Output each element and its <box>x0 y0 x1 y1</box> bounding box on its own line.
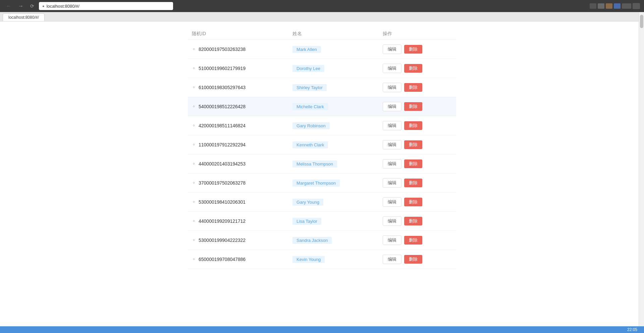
id-cell: ⚬820000197503263238 <box>188 40 288 59</box>
column-action: 操作 <box>379 28 456 40</box>
clock-icon: ⚬ <box>192 218 196 224</box>
name-badge: Lisa Taylor <box>292 218 321 225</box>
active-tab[interactable]: localhost:8080/#/ <box>3 13 45 21</box>
edit-button[interactable]: 编辑 <box>383 45 401 54</box>
delete-button[interactable]: 删除 <box>404 179 422 187</box>
name-badge: Kevin Young <box>292 256 325 263</box>
clock-icon: ⚬ <box>192 257 196 262</box>
table-row: ⚬110000197912292294Kenneth Clark 编辑 删除 <box>188 135 456 154</box>
clock-icon: ⚬ <box>192 238 196 243</box>
delete-button[interactable]: 删除 <box>404 121 422 130</box>
back-button[interactable]: ← <box>4 2 13 10</box>
edit-button[interactable]: 编辑 <box>383 255 401 264</box>
edit-button[interactable]: 编辑 <box>383 178 401 188</box>
clock-icon: ⚬ <box>192 66 196 71</box>
address-bar[interactable]: ● localhost:8080/#/ <box>39 2 173 10</box>
name-badge: Shirley Taylor <box>292 84 327 91</box>
name-badge: Michelle Clark <box>292 103 328 110</box>
delete-button[interactable]: 删除 <box>404 217 422 225</box>
id-value: 820000197503263238 <box>199 47 246 52</box>
edit-button[interactable]: 编辑 <box>383 83 401 92</box>
name-cell: Kenneth Clark <box>288 135 379 154</box>
forward-button[interactable]: → <box>16 2 25 10</box>
name-cell: Sandra Jackson <box>288 231 379 250</box>
name-cell: Dorothy Lee <box>288 59 379 78</box>
name-badge: Mark Allen <box>292 46 321 53</box>
name-badge: Dorothy Lee <box>292 65 324 72</box>
clock-icon: ⚬ <box>192 123 196 128</box>
action-cell: 编辑 删除 <box>379 40 456 59</box>
table-row: ⚬650000199708047886Kevin Young 编辑 删除 <box>188 250 456 269</box>
edit-button[interactable]: 编辑 <box>383 216 401 226</box>
id-value: 440000201403194253 <box>199 161 246 166</box>
action-cell: 编辑 删除 <box>379 154 456 174</box>
reload-button[interactable]: ⟳ <box>28 3 36 9</box>
status-time: 22:05 <box>627 327 637 332</box>
delete-button[interactable]: 删除 <box>404 83 422 92</box>
name-cell: Margaret Thompson <box>288 174 379 193</box>
edit-button[interactable]: 编辑 <box>383 159 401 169</box>
id-value: 510000199602179919 <box>199 66 246 71</box>
id-cell: ⚬440000199209121712 <box>188 212 288 231</box>
lock-icon: ● <box>42 4 45 8</box>
edit-button[interactable]: 编辑 <box>383 197 401 207</box>
name-cell: Michelle Clark <box>288 97 379 116</box>
table-row: ⚬540000198512226428Michelle Clark 编辑 删除 <box>188 97 456 116</box>
edit-button[interactable]: 编辑 <box>383 140 401 149</box>
delete-button[interactable]: 删除 <box>404 140 422 149</box>
column-id: 随机ID <box>188 28 288 40</box>
toolbar-icon-5 <box>622 3 631 9</box>
edit-button[interactable]: 编辑 <box>383 236 401 245</box>
browser-toolbar-icons <box>590 3 640 9</box>
tabs-bar: localhost:8080/#/ <box>0 12 644 21</box>
id-value: 530000198410206301 <box>199 199 246 205</box>
id-cell: ⚬110000197912292294 <box>188 135 288 154</box>
delete-button[interactable]: 删除 <box>404 45 422 54</box>
status-bar: 22:05 <box>0 326 644 333</box>
clock-icon: ⚬ <box>192 199 196 205</box>
name-cell: Shirley Taylor <box>288 78 379 97</box>
action-cell: 编辑 删除 <box>379 250 456 269</box>
clock-icon: ⚬ <box>192 161 196 166</box>
toolbar-icon-1 <box>590 3 596 9</box>
id-cell: ⚬440000201403194253 <box>188 154 288 174</box>
id-value: 610000198305297643 <box>199 85 246 90</box>
delete-button[interactable]: 删除 <box>404 236 422 245</box>
name-cell: Mark Allen <box>288 40 379 59</box>
delete-button[interactable]: 删除 <box>404 102 422 111</box>
id-cell: ⚬370000197502063278 <box>188 174 288 193</box>
name-cell: Gary Young <box>288 193 379 212</box>
scrollbar-thumb[interactable] <box>640 15 643 28</box>
edit-button[interactable]: 编辑 <box>383 64 401 73</box>
id-cell: ⚬420000198511146824 <box>188 116 288 135</box>
id-cell: ⚬510000199602179919 <box>188 59 288 78</box>
action-cell: 编辑 删除 <box>379 174 456 193</box>
delete-button[interactable]: 删除 <box>404 64 422 73</box>
toolbar-icon-6 <box>633 3 640 9</box>
name-badge: Melissa Thompson <box>292 160 337 168</box>
delete-button[interactable]: 删除 <box>404 198 422 206</box>
name-badge: Gary Young <box>292 199 323 206</box>
clock-icon: ⚬ <box>192 85 196 90</box>
action-cell: 编辑 删除 <box>379 97 456 116</box>
table-row: ⚬530000199904222322Sandra Jackson 编辑 删除 <box>188 231 456 250</box>
table-row: ⚬440000199209121712Lisa Taylor 编辑 删除 <box>188 212 456 231</box>
name-badge: Kenneth Clark <box>292 141 328 148</box>
action-cell: 编辑 删除 <box>379 193 456 212</box>
table-row: ⚬420000198511146824Gary Robinson 编辑 删除 <box>188 116 456 135</box>
table-row: ⚬440000201403194253Melissa Thompson 编辑 删… <box>188 154 456 174</box>
clock-icon: ⚬ <box>192 180 196 186</box>
scrollbar[interactable] <box>639 12 644 333</box>
main-content: 随机ID 姓名 操作 ⚬820000197503263238Mark Allen… <box>0 21 644 333</box>
name-badge: Margaret Thompson <box>292 180 340 187</box>
table-row: ⚬530000198410206301Gary Young 编辑 删除 <box>188 193 456 212</box>
edit-button[interactable]: 编辑 <box>383 102 401 111</box>
tab-label: localhost:8080/#/ <box>8 15 39 20</box>
table-row: ⚬610000198305297643Shirley Taylor 编辑 删除 <box>188 78 456 97</box>
delete-button[interactable]: 删除 <box>404 255 422 264</box>
table-body: ⚬820000197503263238Mark Allen 编辑 删除 ⚬510… <box>188 40 456 269</box>
delete-button[interactable]: 删除 <box>404 159 422 168</box>
id-value: 540000198512226428 <box>199 104 246 109</box>
name-cell: Kevin Young <box>288 250 379 269</box>
edit-button[interactable]: 编辑 <box>383 121 401 130</box>
